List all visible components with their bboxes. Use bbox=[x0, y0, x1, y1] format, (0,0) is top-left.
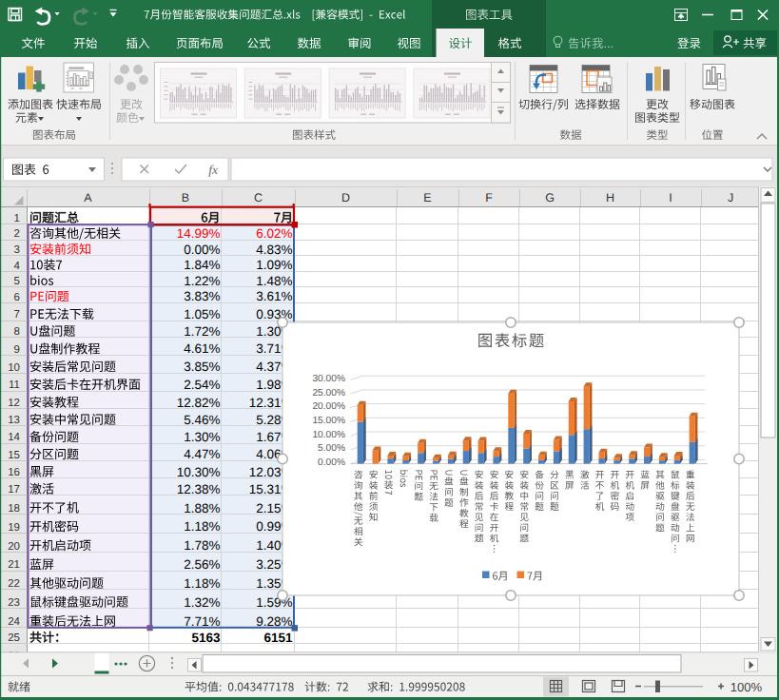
svg-text:1.05%: 1.05% bbox=[184, 307, 220, 321]
svg-text:12.82%: 12.82% bbox=[177, 396, 221, 410]
svg-text:1: 1 bbox=[14, 213, 20, 224]
svg-text:18: 18 bbox=[8, 503, 20, 515]
svg-text:6151: 6151 bbox=[263, 631, 293, 645]
svg-text:E: E bbox=[423, 191, 431, 204]
svg-text:30.00%: 30.00% bbox=[312, 374, 345, 384]
svg-text:2: 2 bbox=[14, 228, 20, 240]
svg-text:12.38%: 12.38% bbox=[177, 482, 221, 496]
svg-text:23: 23 bbox=[8, 597, 20, 609]
svg-text:12: 12 bbox=[8, 398, 20, 409]
svg-text:5: 5 bbox=[14, 276, 20, 287]
svg-text:4: 4 bbox=[14, 261, 21, 272]
svg-text:6.02%: 6.02% bbox=[256, 226, 292, 241]
svg-text:25: 25 bbox=[8, 632, 20, 644]
svg-text:5163: 5163 bbox=[191, 631, 221, 645]
svg-text:13: 13 bbox=[8, 415, 20, 426]
svg-text:1.72%: 1.72% bbox=[184, 324, 220, 339]
svg-text:10.00%: 10.00% bbox=[312, 430, 345, 440]
svg-text:3.83%: 3.83% bbox=[184, 289, 220, 303]
svg-text:1.18%: 1.18% bbox=[184, 519, 220, 534]
svg-text:20.00%: 20.00% bbox=[312, 401, 345, 412]
svg-text:2.54%: 2.54% bbox=[184, 378, 220, 392]
svg-text:24: 24 bbox=[8, 616, 20, 628]
svg-text:D: D bbox=[341, 191, 350, 204]
svg-text:14.99%: 14.99% bbox=[177, 226, 221, 241]
svg-text:25.00%: 25.00% bbox=[312, 388, 345, 399]
svg-text:9.28%: 9.28% bbox=[256, 614, 292, 629]
svg-text:17: 17 bbox=[8, 484, 20, 496]
svg-text:I: I bbox=[669, 191, 672, 204]
svg-text:10: 10 bbox=[8, 362, 20, 374]
svg-text:15.00%: 15.00% bbox=[312, 416, 345, 426]
svg-text:14: 14 bbox=[8, 432, 20, 443]
svg-text:16: 16 bbox=[8, 467, 20, 478]
svg-text:4.83%: 4.83% bbox=[256, 243, 292, 257]
svg-text:G: G bbox=[545, 191, 555, 204]
svg-text:15: 15 bbox=[8, 450, 20, 461]
svg-text:0.00%: 0.00% bbox=[318, 457, 345, 468]
svg-text:5.46%: 5.46% bbox=[184, 413, 220, 427]
svg-text:1.30%: 1.30% bbox=[184, 430, 220, 444]
svg-text:fx: fx bbox=[208, 163, 218, 177]
svg-text:B: B bbox=[182, 191, 189, 204]
svg-text:1.78%: 1.78% bbox=[184, 538, 220, 553]
svg-text:3.61%: 3.61% bbox=[256, 289, 292, 303]
svg-text:C: C bbox=[254, 191, 263, 204]
svg-text:1.32%: 1.32% bbox=[184, 595, 220, 610]
svg-text:6: 6 bbox=[14, 292, 20, 303]
svg-text:21: 21 bbox=[8, 559, 20, 571]
svg-text:5.00%: 5.00% bbox=[318, 443, 345, 454]
svg-text:19: 19 bbox=[8, 522, 20, 534]
svg-text:2.56%: 2.56% bbox=[184, 557, 220, 572]
svg-text:1.88%: 1.88% bbox=[184, 501, 220, 515]
svg-text:10.30%: 10.30% bbox=[177, 465, 221, 479]
svg-text:3: 3 bbox=[14, 244, 20, 256]
svg-text:4.47%: 4.47% bbox=[184, 447, 220, 461]
svg-text:J: J bbox=[728, 191, 733, 204]
svg-text:3.85%: 3.85% bbox=[184, 360, 220, 374]
svg-text:A: A bbox=[84, 191, 92, 204]
svg-text:1.48%: 1.48% bbox=[256, 274, 292, 288]
svg-text:1.22%: 1.22% bbox=[184, 274, 220, 288]
svg-text:22: 22 bbox=[8, 578, 20, 590]
svg-text:F: F bbox=[485, 191, 493, 204]
svg-text:1.09%: 1.09% bbox=[256, 258, 292, 272]
svg-text:7: 7 bbox=[14, 309, 20, 321]
svg-text:9: 9 bbox=[14, 344, 20, 356]
svg-text:0.00%: 0.00% bbox=[184, 243, 220, 257]
svg-text:H: H bbox=[606, 191, 614, 204]
svg-text:100%: 100% bbox=[730, 680, 763, 694]
svg-text:11: 11 bbox=[9, 379, 20, 391]
svg-text:1.18%: 1.18% bbox=[184, 576, 220, 591]
svg-text:8: 8 bbox=[14, 326, 20, 338]
svg-text:7.71%: 7.71% bbox=[184, 614, 220, 629]
svg-text:1.84%: 1.84% bbox=[184, 258, 220, 272]
svg-text:4.61%: 4.61% bbox=[184, 341, 220, 356]
svg-text:20: 20 bbox=[8, 541, 20, 553]
